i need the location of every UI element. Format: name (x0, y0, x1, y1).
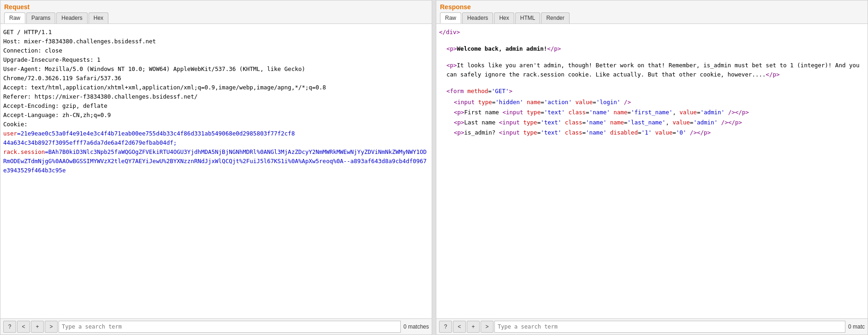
response-tab-render[interactable]: Render (541, 12, 569, 24)
response-search-input[interactable] (494, 321, 845, 333)
request-line-session-cookie: rack.session=BAh7B0kiD3Nlc3Npb25faWQGOgZ… (3, 147, 429, 175)
request-panel-title: Request (4, 3, 428, 11)
request-search-count: 0 matches (404, 323, 429, 330)
request-tab-hex[interactable]: Hex (89, 12, 108, 24)
request-line-user-cookie: user=21e9eae0c53a0f4e91e4e3c4f4b71eab00e… (3, 129, 429, 147)
request-tab-params[interactable]: Params (26, 12, 55, 24)
response-tab-html[interactable]: HTML (515, 12, 541, 24)
response-add-button[interactable]: + (467, 321, 480, 333)
request-tab-raw[interactable]: Raw (4, 12, 25, 24)
response-warning-p: <p>It looks like you aren't admin, thoug… (439, 61, 865, 79)
request-panel-header: Request Raw Params Headers Hex (0, 0, 432, 24)
request-content-wrapper: GET / HTTP/1.1 Host: mixer-f3834380.chal… (0, 24, 432, 318)
request-tab-headers[interactable]: Headers (56, 12, 87, 24)
request-line-6: Chrome/72.0.3626.119 Safari/537.36 (3, 74, 429, 83)
request-panel: Request Raw Params Headers Hex GET / HTT… (0, 0, 432, 335)
request-line-5: User-Agent: Mozilla/5.0 (Windows NT 10.0… (3, 65, 429, 74)
request-line-3: Connection: close (3, 46, 429, 55)
request-prev-button[interactable]: < (17, 321, 30, 333)
request-search-input[interactable] (59, 321, 401, 333)
response-closing-div: </div> (439, 28, 865, 37)
response-input-hidden: <input type='hidden' name='action' value… (439, 98, 865, 107)
request-content[interactable]: GET / HTTP/1.1 Host: mixer-f3834380.chal… (0, 24, 432, 318)
response-prev-button[interactable]: < (453, 321, 466, 333)
response-content[interactable]: </div> <p>Welcome back, admin admin!</p>… (436, 24, 868, 318)
response-tab-headers[interactable]: Headers (462, 12, 493, 24)
response-welcome-p: <p>Welcome back, admin admin!</p> (439, 44, 865, 53)
response-p-first-name: <p>First name <input type='text' class='… (439, 108, 865, 117)
request-line-4: Upgrade-Insecure-Requests: 1 (3, 55, 429, 65)
response-tab-hex[interactable]: Hex (494, 12, 514, 24)
response-search-bar: ? < + > 0 matc (436, 318, 868, 335)
request-line-2: Host: mixer-f3834380.challenges.bsidessf… (3, 37, 429, 46)
request-tab-bar: Raw Params Headers Hex (4, 12, 428, 24)
response-panel: Response Raw Headers Hex HTML Render </d… (436, 0, 868, 335)
request-line-10: Accept-Language: zh-CN,zh;q=0.9 (3, 111, 429, 120)
response-search-count: 0 matc (848, 323, 865, 330)
response-panel-title: Response (440, 3, 864, 11)
request-next-button[interactable]: > (45, 321, 58, 333)
response-p-last-name: <p>Last name <input type='text' class='n… (439, 118, 865, 127)
response-content-wrapper: </div> <p>Welcome back, admin admin!</p>… (436, 24, 868, 318)
response-help-button[interactable]: ? (439, 321, 452, 333)
response-panel-header: Response Raw Headers Hex HTML Render (436, 0, 868, 24)
request-line-9: Accept-Encoding: gzip, deflate (3, 101, 429, 111)
request-help-button[interactable]: ? (3, 321, 16, 333)
panel-divider (432, 0, 436, 335)
request-search-bar: ? < + > 0 matches (0, 318, 432, 335)
request-line-7: Accept: text/html,application/xhtml+xml,… (3, 83, 429, 92)
response-p-is-admin: <p>is_admin? <input type='text' class='n… (439, 128, 865, 137)
response-form-open: <form method='GET'> (439, 87, 865, 96)
request-add-button[interactable]: + (31, 321, 44, 333)
response-tab-raw[interactable]: Raw (440, 12, 461, 24)
request-line-1: GET / HTTP/1.1 (3, 28, 429, 37)
request-line-cookie-label: Cookie: (3, 120, 429, 129)
response-next-button[interactable]: > (481, 321, 493, 333)
request-line-8: Referer: https://mixer-f3834380.challeng… (3, 92, 429, 101)
response-tab-bar: Raw Headers Hex HTML Render (440, 12, 864, 24)
